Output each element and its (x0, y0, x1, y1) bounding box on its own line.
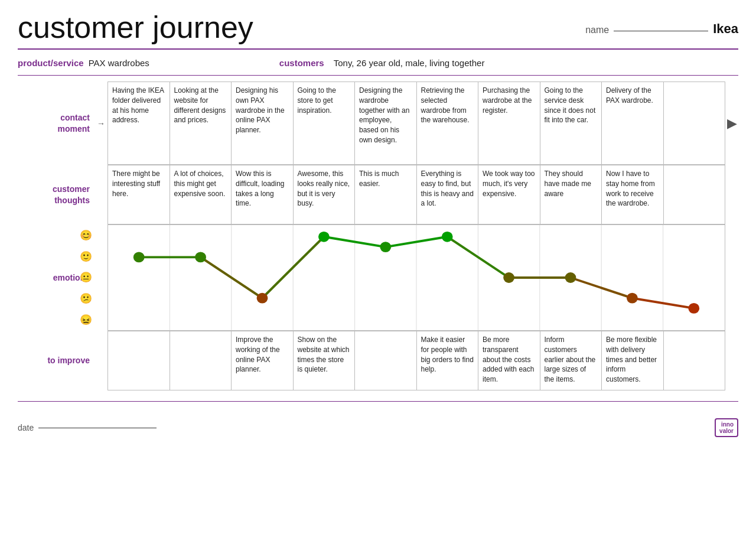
to-improve-row: to improve Improve the working of the on… (18, 331, 738, 390)
thoughts-cells-cell-0: There might be interesting stuff here. (108, 165, 170, 224)
name-underline (614, 31, 708, 31)
emotions-right-spacer (725, 224, 738, 331)
emoji-happy: 🙂 (80, 250, 92, 263)
customer-thoughts-label: customerthoughts (53, 184, 90, 205)
improve-cells-cell-9 (664, 331, 726, 390)
improve-cells-cell-2: Improve the working of the online PAX pl… (232, 331, 294, 390)
improve-right-spacer (725, 331, 738, 390)
thoughts-cells-cell-9 (664, 165, 726, 224)
emotion-dot-7 (565, 272, 576, 283)
improve-cells-cell-8: Be more flexible with delivery times and… (602, 331, 664, 390)
date-label: date (18, 423, 34, 432)
meta-row: product/service PAX wardrobes customers … (18, 58, 738, 68)
contact-cells-cell-3: Going to the store to get inspiration. (294, 82, 356, 165)
emotions-chart: 😊 🙂 😐 😕 😖 (107, 224, 725, 331)
emotion-dot-4 (380, 242, 391, 252)
product-label: product/service (18, 58, 84, 68)
thoughts-cells-cell-6: We took way too much, it's very expensiv… (478, 165, 540, 224)
contact-cells-cell-4: Designing the wardrobe together with an … (355, 82, 417, 165)
meta-divider (18, 75, 738, 76)
date-underline (38, 428, 157, 428)
emotions-arrow-spacer (94, 224, 107, 331)
improve-cells-cell-0 (108, 331, 170, 390)
thoughts-cells-cell-3: Awesome, this looks really nice, but it … (294, 165, 356, 224)
thoughts-right-spacer (725, 165, 738, 224)
improve-cells: Improve the working of the online PAX pl… (107, 331, 725, 390)
improve-cells-cell-7: Inform customers earlier about the large… (540, 331, 602, 390)
emotion-icons: 😊 🙂 😐 😕 😖 (80, 225, 92, 330)
contact-arrow: → (94, 82, 107, 165)
emotion-dot-6 (503, 272, 514, 283)
improve-cells-cell-5: Make it easier for people with big order… (417, 331, 479, 390)
improve-cells-cell-1 (170, 331, 232, 390)
to-improve-label-col: to improve (18, 331, 94, 390)
customers-label: customers (279, 58, 324, 68)
contact-cells-cell-5: Retrieving the selected wardrobe from th… (417, 82, 479, 165)
contact-cells-cell-6: Purchasing the wardrobe at the register. (478, 82, 540, 165)
logo-area: inno valor (715, 418, 738, 437)
right-arrow-col: ▶ (725, 82, 738, 165)
improve-cells-cell-4 (355, 331, 417, 390)
contact-moment-label-col: contactmoment (18, 82, 94, 165)
improve-cells-cell-6: Be more transparent about the costs adde… (478, 331, 540, 390)
product-value: PAX wardrobes (89, 58, 149, 68)
logo-line1: inno (719, 421, 734, 428)
contact-moment-row: contactmoment → Having the IKEA folder d… (18, 82, 738, 165)
thoughts-cells-cell-7: They should have made me aware (540, 165, 602, 224)
emoji-very-sad: 😖 (80, 314, 92, 326)
contact-cells-cell-0: Having the IKEA folder delivered at his … (108, 82, 170, 165)
customers-value: Tony, 26 year old, male, living together (334, 58, 485, 68)
logo-line2: valor (719, 428, 734, 434)
contact-cells-cell-2: Designing his own PAX wardrobe in the on… (232, 82, 294, 165)
thoughts-cells: There might be interesting stuff here.A … (107, 165, 725, 224)
emotion-dot-5 (442, 232, 453, 242)
customer-thoughts-label-col: customerthoughts (18, 165, 94, 224)
emotion-dot-8 (627, 293, 638, 304)
header-divider (18, 48, 738, 50)
page-title: customer journey (18, 12, 253, 43)
emotion-svg (108, 225, 725, 330)
emoji-neutral: 😐 (80, 271, 92, 284)
emotion-dot-0 (133, 252, 145, 262)
emoji-very-happy: 😊 (80, 229, 92, 242)
contact-cells-cell-7: Going to the service desk since it does … (540, 82, 602, 165)
emotions-row: emotions 😊 🙂 😐 😕 😖 (18, 224, 738, 331)
thoughts-cells-cell-2: Wow this is difficult, loading takes a l… (232, 165, 294, 224)
thoughts-cells-cell-8: Now I have to stay home from work to rec… (602, 165, 664, 224)
date-area: date (18, 423, 157, 432)
to-improve-label: to improve (47, 355, 90, 366)
thoughts-cells-cell-1: A lot of choices, this might get expensi… (170, 165, 232, 224)
contact-moment-label: contactmoment (58, 112, 90, 134)
emoji-sad: 😕 (80, 292, 92, 305)
thoughts-cells-cell-4: This is much easier. (355, 165, 417, 224)
journey-table: contactmoment → Having the IKEA folder d… (18, 82, 738, 390)
thoughts-cells-cell-5: Everything is easy to find, but this is … (417, 165, 479, 224)
emotion-dot-3 (318, 232, 330, 242)
thoughts-arrow-col (94, 165, 107, 224)
improve-arrow-col (94, 331, 107, 390)
name-label: name (585, 25, 609, 35)
contact-cells-cell-1: Looking at the website for different des… (170, 82, 232, 165)
emotion-dot-9 (688, 303, 699, 314)
customer-thoughts-row: customerthoughts There might be interest… (18, 165, 738, 224)
contact-cells-cell-8: Delivery of the PAX wardrobe. (602, 82, 664, 165)
footer: date inno valor (18, 401, 738, 437)
contact-cells: Having the IKEA folder delivered at his … (107, 82, 725, 165)
name-area: name Ikea (585, 22, 738, 38)
contact-cells-cell-9 (664, 82, 726, 165)
logo-box: inno valor (715, 418, 738, 437)
emotion-dot-2 (257, 293, 268, 304)
improve-cells-cell-3: Show on the website at which times the s… (294, 331, 356, 390)
name-value: Ikea (713, 21, 738, 37)
emotion-dot-1 (195, 252, 206, 262)
